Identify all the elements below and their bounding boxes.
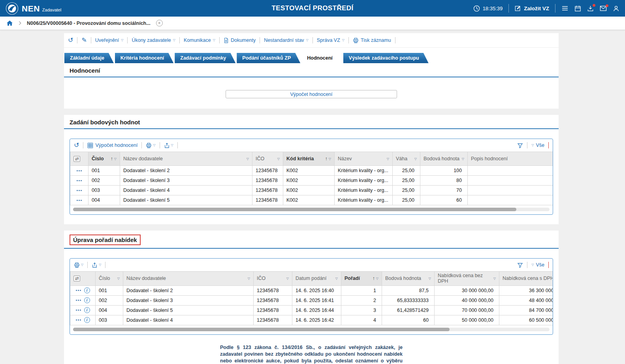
tab-zadavaci-podminky[interactable]: Zadávací podmínky: [175, 53, 235, 63]
user-icon[interactable]: [613, 5, 619, 12]
nen-logo-icon[interactable]: [6, 2, 19, 15]
menu-label: Komunikace: [184, 38, 211, 43]
column-header[interactable]: Nabídková cena bez DPH▽: [435, 272, 499, 286]
export-icon[interactable]: ▽: [164, 143, 173, 148]
column-filter-icon[interactable]: ▽: [248, 277, 250, 280]
grid-viewport: ⇄Číslo↑▽Název dodavatele▽IČO▽Kód kritéri…: [70, 152, 553, 205]
section-title: Zadání bodových hodnot: [70, 119, 140, 126]
table-row[interactable]: i004Dodavatel - školení 51234567814. 6. …: [70, 305, 553, 315]
table-row[interactable]: i001Dodavatel - školení 21234567814. 6. …: [70, 285, 553, 295]
row-menu-icon[interactable]: [77, 190, 82, 191]
refresh-icon[interactable]: ↺: [74, 142, 79, 148]
column-header[interactable]: Číslo▽: [96, 272, 123, 286]
info-icon[interactable]: i: [84, 317, 90, 323]
row-menu-icon[interactable]: [77, 170, 82, 171]
close-breadcrumb-icon[interactable]: ×: [156, 20, 163, 26]
column-header[interactable]: Název dodavatele▽: [120, 152, 252, 166]
column-header[interactable]: Datum podání▽: [292, 272, 341, 286]
info-icon[interactable]: i: [84, 287, 90, 293]
column-filter-icon[interactable]: ▽: [387, 157, 389, 161]
menu-tisk-zaznamu[interactable]: Tisk záznamu: [353, 38, 391, 43]
filter-icon[interactable]: [517, 143, 523, 148]
view-selector[interactable]: ▽Vše: [531, 143, 544, 148]
row-menu-icon[interactable]: [76, 310, 81, 311]
info-icon[interactable]: i: [84, 297, 90, 303]
menu-icon[interactable]: [561, 5, 569, 12]
grid-cell: 14. 6. 2025 16:41: [292, 295, 341, 305]
tab-vysledek-zadavaciho-postupu[interactable]: Výsledek zadávacího postupu: [343, 53, 429, 63]
row-menu-icon[interactable]: [77, 180, 82, 181]
column-header[interactable]: Nabídková cena s DPH: [499, 272, 553, 286]
zalozit-vz-button[interactable]: Založit VZ: [515, 5, 549, 11]
grid-cell: 30 000 000,00: [435, 285, 499, 295]
tab-zakladni-udaje[interactable]: Základní údaje: [64, 53, 114, 63]
horizontal-scrollbar[interactable]: [73, 328, 550, 331]
column-header[interactable]: Kód kritéria↑▽: [283, 152, 335, 166]
calendar-icon[interactable]: [574, 5, 581, 12]
column-header[interactable]: IČO▽: [252, 152, 283, 166]
column-header[interactable]: Bodová hodnota▽: [382, 272, 435, 286]
grid-cell: 14. 6. 2025 16:44: [292, 305, 341, 315]
column-settings-icon[interactable]: ⇄: [73, 156, 80, 162]
column-settings-icon[interactable]: ⇄: [73, 276, 80, 281]
refresh-icon[interactable]: ↺: [68, 37, 73, 43]
menu-ukony-zadavatele[interactable]: Úkony zadavatele▽: [132, 38, 175, 43]
print-icon[interactable]: ▽: [74, 262, 83, 268]
breadcrumb-chevron-icon: [19, 21, 21, 25]
vypocet-hodnoceni-button[interactable]: Výpočet hodnocení: [226, 90, 397, 98]
table-row[interactable]: i002Dodavatel - školení 31234567814. 6. …: [70, 295, 553, 305]
view-selector[interactable]: ▽Vše: [531, 262, 544, 268]
column-header[interactable]: Pořadí↑▽: [341, 272, 382, 286]
column-header[interactable]: Váha▽: [393, 152, 420, 166]
export-icon[interactable]: ▽: [92, 262, 101, 268]
column-header[interactable]: IČO▽: [254, 272, 292, 286]
scrollbar-thumb[interactable]: [73, 208, 516, 211]
column-filter-icon[interactable]: ▽: [462, 157, 464, 161]
column-header[interactable]: Bodová hodnota▽: [420, 152, 468, 166]
row-menu-icon[interactable]: [76, 290, 81, 291]
downloads-icon[interactable]: [587, 5, 594, 12]
column-header[interactable]: Číslo↑▽: [88, 152, 120, 166]
row-menu-icon[interactable]: [76, 300, 81, 301]
column-filter-icon[interactable]: ▽: [247, 157, 249, 161]
column-filter-icon[interactable]: ▽: [429, 277, 431, 280]
row-menu-icon[interactable]: [76, 319, 81, 321]
table-row[interactable]: 004Dodavatel - školení 512345678K002Krit…: [70, 195, 553, 205]
column-filter-icon[interactable]: ▽: [277, 157, 280, 161]
grid-cell: 4: [341, 315, 382, 325]
menu-komunikace[interactable]: Komunikace▽: [184, 38, 215, 43]
vypocet-hodnoceni-link[interactable]: Výpočet hodnocení: [87, 143, 137, 148]
table-row[interactable]: i003Dodavatel - školení 41234567814. 6. …: [70, 315, 553, 325]
horizontal-scrollbar[interactable]: [73, 208, 550, 211]
column-filter-icon[interactable]: ▽: [117, 277, 120, 280]
scrollbar-thumb[interactable]: [73, 328, 450, 331]
column-filter-icon[interactable]: ▽: [329, 157, 331, 161]
tab-hodnoceni[interactable]: Hodnocení: [301, 53, 342, 63]
column-filter-icon[interactable]: ▽: [493, 277, 496, 280]
home-icon[interactable]: [6, 20, 13, 26]
column-filter-icon[interactable]: ▽: [335, 277, 338, 280]
messages-icon[interactable]: [600, 6, 607, 11]
info-icon[interactable]: i: [84, 307, 90, 313]
tab-kriteria-hodnoceni[interactable]: Kritéria hodnocení: [115, 53, 173, 63]
column-header[interactable]: Název▽: [335, 152, 393, 166]
menu-uverejneni[interactable]: Uveřejnění▽: [95, 38, 124, 43]
menu-nestandardni-stav[interactable]: Nestandardní stav▽: [264, 38, 309, 43]
column-filter-icon[interactable]: ▽: [376, 277, 378, 280]
edit-icon[interactable]: ✎: [81, 37, 87, 43]
menu-dokumenty[interactable]: Dokumenty: [224, 38, 256, 43]
menu-sprava-vz[interactable]: Správa VZ▽: [317, 38, 345, 43]
table-row[interactable]: 001Dodavatel - školení 212345678K002Krit…: [70, 166, 553, 176]
column-header[interactable]: Název dodavatele▽: [123, 272, 254, 286]
table-row[interactable]: 002Dodavatel - školení 312345678K002Krit…: [70, 176, 553, 186]
column-filter-icon[interactable]: ▽: [414, 157, 417, 161]
breadcrumb[interactable]: N006/25/V00005640 - Provozování domu soc…: [27, 21, 151, 26]
filter-icon[interactable]: [517, 262, 523, 268]
column-filter-icon[interactable]: ▽: [286, 277, 289, 280]
table-row[interactable]: 003Dodavatel - školení 412345678K002Krit…: [70, 186, 553, 195]
print-icon[interactable]: ▽: [146, 143, 155, 148]
tab-podani-ucastniku-zp[interactable]: Podání účastníků ZP: [237, 53, 300, 63]
column-filter-icon[interactable]: ▽: [114, 157, 117, 161]
row-menu-icon[interactable]: [77, 200, 82, 201]
column-header[interactable]: Popis hodnocení: [468, 152, 553, 166]
